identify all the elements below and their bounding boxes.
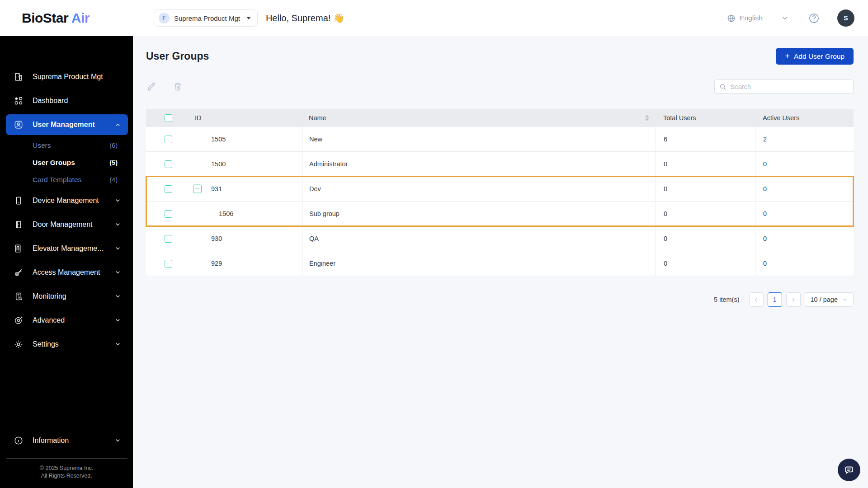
chat-button[interactable] [838, 459, 860, 481]
add-user-group-label: Add User Group [794, 52, 844, 61]
group-id: 1506 [219, 210, 233, 217]
organization-label: Suprema Product Mgt [174, 14, 240, 22]
table-row[interactable]: 1506 Sub group 0 0 [146, 202, 854, 226]
door-icon [14, 220, 24, 230]
group-total-users: 0 [656, 177, 755, 201]
prev-page-button[interactable] [749, 292, 764, 307]
group-name: Dev [302, 177, 656, 201]
sidebar-item-user-management[interactable]: User Management [6, 114, 128, 135]
collapse-icon[interactable] [193, 185, 202, 193]
group-active-users: 0 [755, 177, 854, 201]
app-header: BioStar Air F Suprema Product Mgt Hello,… [0, 0, 868, 36]
info-icon [14, 436, 24, 446]
chevron-down-icon [114, 317, 121, 324]
row-checkbox[interactable] [165, 210, 172, 218]
sidebar-item-label: Advanced [33, 316, 114, 324]
greeting-text: Hello, Suprema! 👋 [266, 13, 344, 23]
sidebar-item-elevator-manageme[interactable]: Elevator Manageme... [0, 236, 133, 260]
next-page-button[interactable] [786, 292, 801, 307]
table-row[interactable]: 929 Engineer 0 0 [146, 251, 854, 276]
table-row[interactable]: 1500 Administrator 0 0 [146, 152, 854, 177]
row-checkbox[interactable] [165, 160, 172, 168]
user-icon [14, 120, 24, 130]
table-row[interactable]: 1505 New 6 2 [146, 127, 854, 152]
sidebar-item-information[interactable]: Information [0, 428, 133, 452]
item-count-badge: (5) [109, 159, 118, 166]
pagination: 5 item(s) 1 10 / page [146, 292, 854, 307]
sidebar-item-monitoring[interactable]: Monitoring [0, 284, 133, 308]
edit-icon[interactable] [146, 81, 156, 92]
sidebar-item-suprema-product-mgt[interactable]: Suprema Product Mgt [0, 65, 133, 89]
table-header-row: ID Name Total Users Active Users [146, 109, 854, 127]
copyright-line2: All Rights Reserved. [0, 472, 133, 480]
add-user-group-button[interactable]: + Add User Group [776, 48, 854, 65]
sidebar-item-label: Monitoring [33, 292, 114, 300]
user-groups-table: ID Name Total Users Active Users 1505 Ne… [146, 109, 854, 276]
chevron-down-icon [114, 437, 121, 444]
column-header-name[interactable]: Name [302, 109, 656, 127]
sidebar-item-label: User Management [33, 121, 114, 129]
group-total-users: 6 [656, 127, 755, 151]
group-total-users: 0 [656, 226, 755, 251]
sidebar-item-label: Door Management [33, 221, 114, 229]
sidebar-item-label: User Groups [33, 159, 109, 167]
organization-selector[interactable]: F Suprema Product Mgt [154, 9, 258, 27]
row-checkbox[interactable] [165, 235, 172, 243]
chat-icon [843, 464, 855, 476]
logo-text-secondary: Air [71, 10, 90, 25]
sort-icon[interactable] [645, 115, 649, 121]
select-all-checkbox[interactable] [165, 114, 172, 122]
table-row[interactable]: 930 QA 0 0 [146, 226, 854, 251]
sidebar-item-advanced[interactable]: Advanced [0, 308, 133, 332]
row-checkbox[interactable] [165, 136, 172, 143]
group-name: Administrator [302, 152, 656, 176]
group-id: 1505 [211, 136, 226, 143]
chevron-down-icon[interactable] [781, 14, 789, 22]
delete-icon[interactable] [173, 81, 183, 92]
sidebar-item-label: Device Management [33, 197, 114, 205]
table-row[interactable]: 931 Dev 0 0 [146, 177, 854, 202]
avatar[interactable]: S [837, 9, 854, 27]
group-active-users: 0 [755, 152, 854, 176]
group-name: Sub group [302, 202, 656, 226]
item-count-badge: (6) [109, 142, 118, 149]
sidebar-item-settings[interactable]: Settings [0, 332, 133, 356]
organization-badge: F [159, 13, 170, 23]
page-size-select[interactable]: 10 / page [805, 292, 854, 307]
chevron-up-icon [114, 122, 121, 128]
sidebar-item-label: Elevator Manageme... [33, 244, 114, 253]
sidebar-item-device-management[interactable]: Device Management [0, 188, 133, 212]
chevron-down-icon [114, 197, 121, 204]
column-header-active-users[interactable]: Active Users [755, 109, 854, 127]
group-id: 929 [211, 260, 222, 267]
sidebar-item-door-management[interactable]: Door Management [0, 212, 133, 236]
column-header-total-users[interactable]: Total Users [656, 109, 755, 127]
plus-icon: + [785, 52, 790, 61]
row-checkbox[interactable] [165, 185, 172, 193]
chevron-down-icon [114, 293, 121, 300]
sidebar-item-dashboard[interactable]: Dashboard [0, 89, 133, 113]
search-icon [719, 83, 726, 90]
sidebar-item-label: Access Management [33, 268, 114, 277]
highlighted-row-group: 931 Dev 0 0 1506 Sub group 0 0 [146, 177, 854, 226]
building-icon [14, 72, 24, 82]
language-label: English [740, 14, 763, 22]
sidebar-item-users[interactable]: Users(6) [0, 137, 133, 154]
page-1-button[interactable]: 1 [768, 292, 782, 307]
column-header-id[interactable]: ID [175, 109, 302, 127]
copyright: © 2025 Suprema Inc. All Rights Reserved. [0, 459, 133, 488]
sidebar-item-label: Settings [33, 340, 114, 348]
group-active-users: 0 [755, 202, 854, 226]
page-number: 1 [773, 296, 776, 303]
help-icon[interactable] [808, 12, 820, 24]
group-name: QA [302, 226, 656, 251]
language-selector[interactable]: English [726, 14, 763, 23]
search-input[interactable] [730, 83, 849, 90]
app-logo: BioStar Air [22, 10, 154, 26]
sidebar-item-user-groups[interactable]: User Groups(5) [0, 154, 133, 171]
row-checkbox[interactable] [165, 260, 172, 267]
chevron-down-icon [114, 269, 121, 276]
sidebar-item-card-templates[interactable]: Card Templates(4) [0, 171, 133, 188]
logo-text-primary: BioStar [22, 10, 68, 25]
sidebar-item-access-management[interactable]: Access Management [0, 260, 133, 284]
